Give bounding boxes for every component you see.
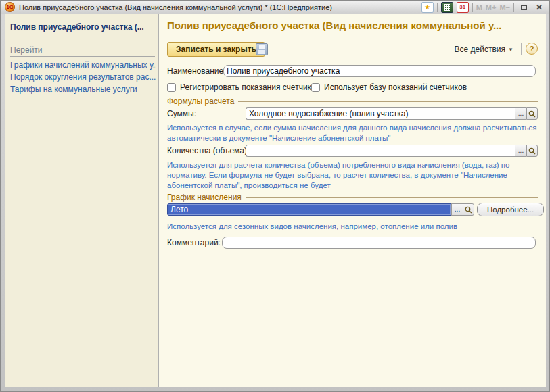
checkbox-icon (311, 83, 320, 92)
schedule-input[interactable]: Лето (167, 203, 451, 216)
checkbox-label: Регистрировать показания счетчика (180, 82, 316, 92)
formulas-group-label: Формулы расчета (167, 97, 234, 106)
favorites-star-icon[interactable]: ★ (421, 2, 434, 13)
sum-formula-field: Холодное водоснабжение (полив участка) .… (246, 107, 538, 120)
app-window: 1С Полив приусадебного участка (Вид начи… (0, 0, 550, 392)
memory-m-minus-button[interactable]: M− (499, 3, 510, 11)
calculator-icon[interactable] (441, 2, 453, 13)
page-title: Полив приусадебного участка (Вид начисле… (167, 20, 541, 31)
quantity-formula-field: ... (246, 145, 538, 157)
chevron-down-icon: ▼ (508, 47, 513, 53)
sum-magnifier-icon[interactable] (526, 107, 538, 120)
checkbox-label: Использует базу показаний счетчиков (324, 82, 467, 92)
comment-input[interactable] (222, 237, 536, 249)
restore-window-button[interactable] (518, 3, 530, 12)
memory-m-plus-button[interactable]: M+ (486, 3, 497, 11)
sum-field-label: Суммы: (167, 107, 196, 120)
details-button[interactable]: Подробнее... (477, 203, 544, 216)
titlebar-separator (472, 3, 473, 12)
quantity-formula-input[interactable] (246, 145, 515, 157)
help-button[interactable]: ? (526, 43, 538, 55)
sidebar-link-utility-tariffs[interactable]: Тарифы на коммунальные услуги (10, 84, 156, 94)
title-bar: 1С Полив приусадебного участка (Вид начи… (1, 1, 549, 14)
quantity-ellipsis-button[interactable]: ... (515, 145, 526, 157)
schedule-hint-text: Используется для сезонных видов начислен… (167, 222, 541, 232)
schedule-magnifier-icon[interactable] (463, 203, 474, 216)
formulas-group-header: Формулы расчета (167, 97, 538, 106)
quantity-magnifier-icon[interactable] (526, 145, 538, 157)
sidebar-link-charge-schedules[interactable]: Графики начислений коммунальных у... (10, 60, 156, 70)
quantity-hint-text: Используется для расчета количества (объ… (167, 160, 545, 191)
sidebar: Полив приусадебного участка (... Перейти… (5, 14, 159, 387)
sidebar-object-title: Полив приусадебного участка (... (10, 22, 155, 32)
all-actions-button[interactable]: Все действия ▼ (455, 45, 513, 54)
save-icon[interactable] (256, 43, 268, 55)
sidebar-nav-label: Перейти (10, 45, 155, 57)
titlebar-separator (437, 3, 438, 12)
window-content: Полив приусадебного участка (... Перейти… (5, 14, 547, 387)
uses-meter-readings-base-checkbox[interactable]: Использует базу показаний счетчиков (311, 82, 467, 92)
register-meter-readings-checkbox[interactable]: Регистрировать показания счетчика (167, 82, 316, 92)
memory-m-button[interactable]: M (476, 3, 482, 11)
save-and-close-button[interactable]: Записать и закрыть (167, 42, 265, 57)
schedule-field: Лето ... (167, 203, 474, 216)
schedule-group-header: График начисления (167, 193, 538, 202)
name-field-label: Наименование: (167, 65, 226, 77)
app-logo-1c-icon: 1С (5, 2, 15, 12)
quantity-field-label: Количества (объема): (167, 145, 249, 157)
main-panel: Полив приусадебного участка (Вид начисле… (159, 14, 546, 387)
close-window-button[interactable]: ✕ (533, 3, 545, 12)
sidebar-link-rounding-order[interactable]: Порядок округления результатов рас... (10, 72, 156, 82)
titlebar-icons: ★ 31 M M+ M− ✕ (421, 2, 545, 13)
calendar-icon[interactable]: 31 (457, 2, 469, 13)
schedule-group-label: График начисления (167, 193, 242, 202)
toolbar-separator (521, 43, 522, 55)
checkbox-icon (167, 83, 176, 92)
sum-hint-text: Используется в случае, если сумма начисл… (167, 123, 541, 143)
window-title: Полив приусадебного участка (Вид начисле… (19, 3, 417, 11)
sum-ellipsis-button[interactable]: ... (515, 107, 526, 120)
name-input[interactable] (223, 65, 536, 77)
comment-field-label: Комментарий: (167, 237, 221, 249)
schedule-ellipsis-button[interactable]: ... (451, 203, 463, 216)
all-actions-label: Все действия (455, 45, 505, 54)
sum-formula-input[interactable]: Холодное водоснабжение (полив участка) (246, 107, 515, 120)
titlebar-separator (513, 3, 514, 12)
